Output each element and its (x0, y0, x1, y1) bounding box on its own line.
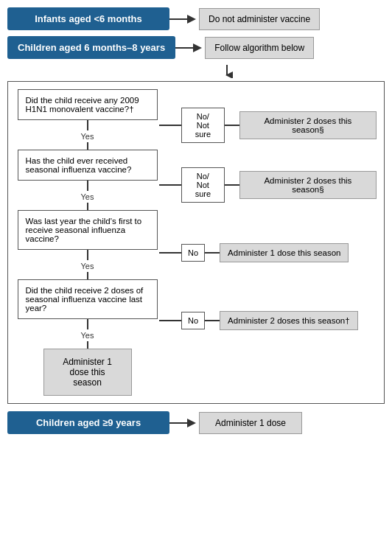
algorithm-box: Did the child receive any 2009 H1N1 mono… (7, 81, 385, 404)
q4-result: Administer 2 doses this season† (220, 311, 358, 330)
q4-h-line1 (159, 320, 181, 321)
q3-box: Was last year the child's first to recei… (18, 210, 158, 250)
q2-v-line (87, 181, 88, 191)
q1-yes-label: Yes (81, 130, 94, 142)
q4-h-line2 (205, 320, 220, 321)
q4-section: Did the child receive 2 doses of seasona… (15, 279, 377, 349)
q2-right: No/ Not sure Administer 2 doses this sea… (159, 150, 377, 210)
q2-no-row: No/ Not sure Administer 2 doses this sea… (159, 167, 377, 203)
q2-yes-label: Yes (81, 191, 94, 203)
q3-left: Was last year the child's first to recei… (15, 210, 159, 279)
infants-header: Infants aged <6 months (7, 7, 169, 30)
q2-section: Has the child ever received seasonal inf… (15, 150, 377, 210)
children68-result: Follow algorithm below (205, 37, 314, 59)
arrow-right-children68 (175, 42, 205, 54)
infants-result: Do not administer vaccine (199, 8, 320, 30)
q2-v-line2 (87, 203, 88, 210)
children9-header: Children aged ≥9 years (7, 411, 169, 434)
q1-no-row: No/ Not sure Administer 2 doses this sea… (159, 108, 377, 143)
q2-result: Administer 2 doses this season§ (239, 171, 377, 199)
children68-row: Children aged 6 months–8 years Follow al… (7, 36, 385, 59)
infants-row: Infants aged <6 months Do not administer… (7, 7, 385, 30)
q4-right: No Administer 2 doses this season† (159, 279, 358, 349)
final-result-box: Administer 1 dose this season (43, 349, 132, 396)
q3-section: Was last year the child's first to recei… (15, 210, 377, 279)
q3-h-line2 (205, 252, 220, 254)
children9-row: Children aged ≥9 years Administer 1 dose (7, 411, 385, 434)
q3-result: Administer 1 dose this season (220, 243, 349, 262)
arrow-right-children9 (169, 417, 199, 429)
q2-h-line1 (159, 184, 181, 186)
q1-section: Did the child receive any 2009 H1N1 mono… (15, 89, 377, 150)
q4-no-row: No Administer 2 doses this season† (159, 311, 358, 330)
q1-no-box: No/ Not sure (181, 108, 225, 143)
q1-result: Administer 2 doses this season§ (239, 111, 377, 139)
q1-h-line2 (225, 125, 239, 126)
q4-left: Did the child receive 2 doses of seasona… (15, 279, 159, 349)
final-section: Administer 1 dose this season (15, 349, 159, 396)
q1-right: No/ Not sure Administer 2 doses this sea… (159, 89, 377, 150)
q4-no-box: No (181, 312, 205, 329)
q3-v-line (87, 250, 88, 260)
q1-left: Did the child receive any 2009 H1N1 mono… (15, 89, 159, 150)
q1-box: Did the child receive any 2009 H1N1 mono… (18, 89, 158, 120)
flowchart: Infants aged <6 months Do not administer… (7, 7, 385, 440)
q2-h-line2 (225, 184, 239, 186)
q4-yes-label: Yes (81, 329, 94, 341)
q1-v-line (87, 120, 88, 130)
q2-left: Has the child ever received seasonal inf… (15, 150, 159, 210)
q3-yes-label: Yes (81, 260, 94, 272)
q4-v-line (87, 319, 88, 329)
q1-h-line1 (159, 125, 181, 126)
q3-no-row: No Administer 1 dose this season (159, 243, 349, 262)
q3-v-line2 (87, 272, 88, 279)
q4-v-line2 (87, 341, 88, 349)
q3-h-line1 (159, 252, 181, 254)
q3-no-box: No (181, 244, 205, 262)
q3-right: No Administer 1 dose this season (159, 210, 349, 279)
arrow-right-infants (169, 13, 199, 25)
q4-box: Did the child receive 2 doses of seasona… (18, 279, 158, 319)
children68-header: Children aged 6 months–8 years (7, 36, 175, 59)
q2-no-box: No/ Not sure (181, 167, 225, 203)
down-arrow-to-algo (221, 65, 233, 78)
children9-result: Administer 1 dose (199, 412, 302, 434)
q1-v-line2 (87, 142, 88, 150)
q2-box: Has the child ever received seasonal inf… (18, 150, 158, 181)
